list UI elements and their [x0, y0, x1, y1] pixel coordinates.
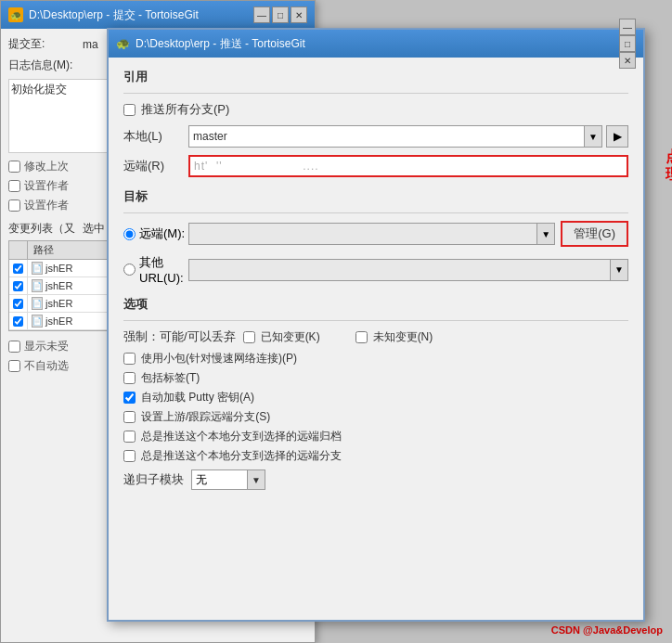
- front-titlebar-buttons: — □ ✕: [619, 19, 636, 69]
- annotation-block: 点击管 理: [666, 148, 672, 183]
- set-author-checkbox1[interactable]: [8, 180, 20, 192]
- auto-load-putty-label: 自动加载 Putty 密钥(A): [141, 390, 254, 405]
- no-auto-label: 不自动选: [24, 358, 69, 374]
- log-label: 日志信息(M):: [8, 58, 83, 73]
- unknown-changes-group: 未知变更(N): [355, 329, 433, 345]
- modify-last-label: 修改上次: [24, 159, 69, 174]
- use-packet-row: 使用小包(针对慢速网络连接)(P): [123, 351, 628, 367]
- mubiao-header: 目标: [123, 188, 628, 205]
- other-url-radio-col: 其他URL(U):: [123, 254, 188, 285]
- front-minimize-btn[interactable]: —: [619, 19, 636, 35]
- submodule-select-wrapper: ▼: [191, 469, 265, 490]
- annotation-text: 点击管: [666, 148, 672, 165]
- always-push-remote-label: 总是推送这个本地分支到选择的远端分支: [141, 448, 342, 464]
- no-auto-checkbox[interactable]: [8, 360, 20, 372]
- row1-check[interactable]: [9, 260, 28, 276]
- remote-label: 远端(R): [123, 158, 188, 174]
- force-row: 强制：可能/可以丢弃 已知变更(K) 未知变更(N): [123, 328, 628, 345]
- use-packet-checkbox[interactable]: [123, 353, 136, 365]
- remote-radio-col: 远端(M):: [123, 225, 188, 242]
- use-packet-label: 使用小包(针对慢速网络连接)(P): [141, 351, 297, 367]
- remote-target-dropdown-btn[interactable]: ▼: [536, 223, 555, 245]
- set-tracking-row: 设置上游/跟踪远端分支(S): [123, 409, 628, 425]
- back-minimize-btn[interactable]: —: [253, 6, 270, 23]
- include-tags-checkbox[interactable]: [123, 372, 136, 384]
- other-url-radio-row: 其他URL(U): ▼: [123, 254, 628, 285]
- other-url-radio-label: 其他URL(U):: [139, 254, 188, 285]
- manage-button[interactable]: 管理(G): [561, 221, 628, 247]
- local-arrow-btn[interactable]: ▶: [606, 125, 628, 148]
- include-tags-label: 包括标签(T): [141, 370, 200, 386]
- back-window-icon: 🐢: [8, 7, 23, 22]
- force-label: 强制：可能/可以丢弃: [123, 328, 236, 345]
- known-changes-label: 已知变更(K): [261, 329, 320, 345]
- always-push-remote-checkbox[interactable]: [123, 450, 136, 462]
- set-author-label1: 设置作者: [24, 178, 69, 194]
- remote-field-row: 远端(R) 点击管 理: [123, 155, 628, 177]
- commit-to-value: ma: [83, 38, 98, 51]
- push-all-branches-row: 推送所有分支(P): [123, 101, 628, 118]
- back-close-btn[interactable]: ✕: [291, 6, 307, 23]
- front-close-btn[interactable]: ✕: [619, 52, 636, 69]
- back-maximize-btn[interactable]: □: [272, 6, 289, 23]
- front-window-icon: 🐢: [116, 37, 130, 50]
- set-author-checkbox2[interactable]: [8, 199, 20, 212]
- annotation-text2: 理: [666, 165, 672, 183]
- other-url-radio[interactable]: [123, 264, 136, 276]
- set-tracking-checkbox[interactable]: [123, 411, 136, 423]
- remote-target-input[interactable]: [188, 223, 555, 245]
- remote-radio[interactable]: [123, 228, 136, 240]
- other-url-dropdown-btn[interactable]: ▼: [610, 259, 628, 281]
- yinyong-header: 引用: [123, 69, 628, 85]
- row3-check[interactable]: [9, 295, 28, 312]
- front-titlebar: 🐢 D:\Desktop\erp - 推送 - TortoiseGit — □ …: [109, 30, 643, 58]
- front-maximize-btn[interactable]: □: [619, 35, 636, 52]
- remote-radio-row: 远端(M): ▼ 管理(G): [123, 221, 628, 247]
- yinyong-divider: [123, 93, 628, 94]
- submodule-label: 递归子模块: [123, 471, 184, 488]
- remote-dropdown-wrapper: ▼: [188, 223, 555, 245]
- include-tags-row: 包括标签(T): [123, 370, 628, 386]
- changes-label: 变更列表（又: [8, 221, 75, 237]
- other-url-input-wrapper: ▼: [188, 259, 628, 281]
- other-url-input[interactable]: [188, 259, 628, 281]
- front-window-title: D:\Desktop\erp - 推送 - TortoiseGit: [136, 36, 614, 52]
- submodule-row: 递归子模块 ▼: [123, 469, 628, 490]
- options-section: 选项 强制：可能/可以丢弃 已知变更(K) 未知变更(N) 使用小包(针对慢速网…: [123, 296, 628, 490]
- local-field-row: 本地(L) ▼ ▶: [123, 125, 628, 148]
- row4-check[interactable]: [9, 313, 28, 329]
- header-checkbox-col: [9, 241, 28, 259]
- back-titlebar-buttons: — □ ✕: [253, 6, 307, 23]
- options-divider: [123, 320, 628, 321]
- local-select-wrapper: ▼: [188, 125, 602, 148]
- annotation-text1: 点击管: [666, 148, 672, 164]
- front-content: 引用 推送所有分支(P) 本地(L) ▼ ▶ 远端(R): [109, 58, 643, 501]
- options-header: 选项: [123, 296, 628, 313]
- back-window-title: D:\Desktop\erp - 提交 - TortoiseGit: [29, 7, 248, 23]
- submodule-dropdown-btn[interactable]: ▼: [247, 469, 265, 490]
- csdn-watermark: CSDN @Java&Develop: [551, 624, 663, 636]
- set-author-label2: 设置作者: [24, 198, 69, 213]
- commit-to-label: 提交至:: [8, 36, 83, 52]
- annotation-text2-val: 理: [666, 166, 672, 182]
- local-dropdown-btn[interactable]: ▼: [584, 125, 602, 148]
- remote-input[interactable]: [188, 155, 628, 177]
- row2-check[interactable]: [9, 277, 28, 294]
- local-input[interactable]: [188, 125, 602, 148]
- always-push-archive-checkbox[interactable]: [123, 431, 136, 443]
- yinyong-section: 引用 推送所有分支(P) 本地(L) ▼ ▶ 远端(R): [123, 69, 628, 177]
- auto-load-putty-checkbox[interactable]: [123, 392, 136, 404]
- show-untracked-checkbox[interactable]: [8, 341, 20, 353]
- always-push-remote-row: 总是推送这个本地分支到选择的远端分支: [123, 448, 628, 464]
- unknown-changes-checkbox[interactable]: [355, 331, 368, 343]
- local-label: 本地(L): [123, 128, 188, 145]
- known-changes-checkbox[interactable]: [243, 331, 255, 343]
- modify-last-checkbox[interactable]: [8, 161, 20, 173]
- push-all-branches-checkbox[interactable]: [123, 104, 136, 116]
- log-text: 初始化提交: [11, 83, 67, 96]
- always-push-archive-row: 总是推送这个本地分支到选择的远端归档: [123, 429, 628, 444]
- unknown-changes-label: 未知变更(N): [373, 329, 433, 345]
- back-titlebar: 🐢 D:\Desktop\erp - 提交 - TortoiseGit — □ …: [1, 1, 315, 29]
- always-push-archive-label: 总是推送这个本地分支到选择的远端归档: [141, 429, 342, 444]
- set-tracking-label: 设置上游/跟踪远端分支(S): [141, 409, 270, 425]
